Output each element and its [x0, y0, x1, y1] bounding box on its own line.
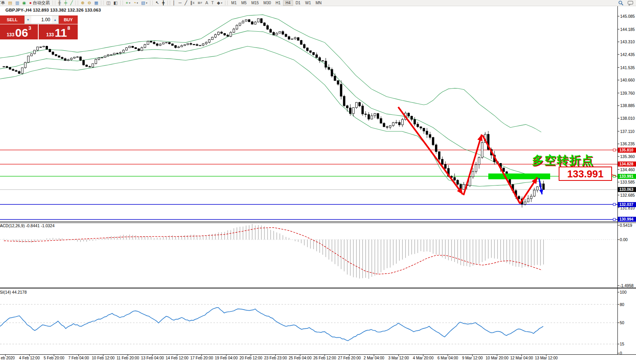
bar-chart-icon: ╫ — [58, 0, 61, 5]
data-window-icon[interactable]: ▥ — [14, 0, 20, 5]
indicator-window-icon[interactable]: ◫ — [105, 0, 112, 5]
volume-decrease-button[interactable]: ▼ — [25, 16, 31, 24]
volume-box: ▼ ▲ — [24, 15, 59, 24]
timeframe-m1[interactable]: M1 — [229, 0, 239, 6]
horizontal-line-icon: ─ — [179, 0, 182, 5]
arrows-icon[interactable]: ◆▾ — [215, 0, 224, 5]
price-tick-label: 134.460 — [620, 167, 635, 172]
sell-price-big: 06 — [15, 27, 28, 39]
time-axis-label: 6 Mar 04:00 — [438, 356, 458, 360]
candle-chart-icon[interactable]: ╪ — [63, 0, 69, 5]
time-axis-label: 17 Feb 20:00 — [190, 356, 213, 360]
autotrade-button[interactable]: ●自动交易 — [27, 0, 51, 5]
fibonacci-icon[interactable]: ≡F — [196, 0, 204, 5]
time-axis-label: 3 Mar 12:00 — [388, 356, 409, 360]
candle-wicks — [4, 18, 544, 208]
time-axis-label: 19 Feb 04:00 — [215, 356, 238, 360]
price-tick-label: 136.235 — [620, 141, 635, 146]
autotrade-button: ● — [29, 0, 32, 5]
fibonacci-icon-sub: F — [201, 2, 202, 4]
line-handle[interactable] — [613, 203, 616, 206]
template-icon[interactable]: ▧▾ — [140, 0, 149, 5]
chart-canvas[interactable] — [0, 0, 636, 364]
navigator-icon: ◉ — [22, 0, 26, 5]
timeframe-h4[interactable]: H4 — [283, 0, 293, 6]
price-tick-label: 142.435 — [620, 52, 635, 57]
line-chart-icon: ╱ — [70, 0, 73, 5]
period-icon-dropdown[interactable]: ▾ — [137, 2, 138, 5]
highlight-zone[interactable] — [488, 173, 550, 179]
new-order-button[interactable]: 订单 — [0, 0, 7, 5]
time-axis-label: 5 Feb 20:00 — [44, 356, 64, 360]
time-axis-label: 4 Mar 20:00 — [413, 356, 433, 360]
volume-input[interactable] — [31, 16, 52, 24]
macd-signal-line — [4, 228, 542, 274]
toolbar-right-icons — [618, 0, 634, 6]
price-tick-label: 143.310 — [620, 39, 635, 44]
period-icon[interactable]: ◔▾ — [132, 0, 140, 5]
vertical-line-icon[interactable]: │ — [171, 0, 177, 5]
line-handle[interactable] — [613, 149, 616, 151]
turning-point-annotation[interactable]: 多空转折点 — [532, 153, 594, 168]
trendline-icon[interactable]: ╱ — [183, 0, 189, 5]
price-callout-box[interactable]: 133.991 — [559, 167, 612, 181]
sell-button[interactable]: SELL — [0, 15, 24, 24]
search-icon[interactable] — [618, 0, 624, 6]
zoom-in-icon[interactable]: ⊕ — [79, 0, 86, 5]
price-tick-label: 139.760 — [620, 91, 635, 95]
bollinger-lower-band — [0, 46, 541, 187]
chat-icon[interactable] — [627, 1, 634, 6]
timeframe-w1[interactable]: W1 — [303, 0, 313, 6]
price-tick-label: 140.660 — [620, 78, 635, 82]
buy-button[interactable]: BUY — [59, 15, 78, 24]
rsi-line — [0, 308, 543, 341]
crosshair-icon: ╋ — [162, 0, 165, 5]
channel-icon[interactable]: ∥E — [189, 0, 196, 5]
timeframe-m30[interactable]: M30 — [261, 0, 273, 6]
line-handle[interactable] — [613, 218, 616, 221]
zoom-in-icon: ⊕ — [81, 0, 84, 5]
buy-price-panel[interactable]: 133 11 8 — [39, 24, 78, 39]
trendline-icon: ╱ — [185, 0, 188, 5]
cursor-icon: ↖ — [155, 0, 159, 5]
label-icon: T — [211, 0, 214, 5]
trend-arrow — [398, 107, 463, 194]
template-icon-dropdown[interactable]: ▾ — [146, 2, 147, 5]
text-icon[interactable]: A — [204, 0, 210, 5]
cursor-icon[interactable]: ↖ — [154, 0, 160, 5]
timeframe-mn[interactable]: MN — [313, 0, 324, 6]
crosshair-icon[interactable]: ╋ — [160, 0, 166, 5]
time-axis-label: 20 Feb 12:00 — [239, 356, 262, 360]
price-tick-label: 144.185 — [620, 27, 635, 32]
line-chart-icon[interactable]: ╱ — [69, 0, 75, 5]
volume-increase-button[interactable]: ▲ — [52, 16, 58, 24]
toolbar-separator — [150, 1, 153, 5]
add-indicator-icon-dropdown[interactable]: ▾ — [129, 2, 130, 5]
profiles-icon[interactable]: ◧ — [112, 0, 119, 5]
price-badge-133.063: 133.063 — [618, 187, 636, 192]
price-tick-label: 145.085 — [620, 14, 635, 19]
bar-chart-icon[interactable]: ╫ — [56, 0, 63, 5]
time-axis-label: 13 Feb 04:00 — [141, 356, 164, 360]
zoom-out-icon[interactable]: ⊖ — [86, 0, 93, 5]
timeframe-m15[interactable]: M15 — [249, 0, 261, 6]
timeframe-h1[interactable]: H1 — [273, 0, 283, 6]
navigator-icon[interactable]: ◉ — [21, 0, 28, 5]
tile-windows-icon[interactable]: ▦ — [93, 0, 100, 5]
label-icon[interactable]: T — [210, 0, 215, 5]
market-watch-icon[interactable]: ▤ — [7, 0, 14, 5]
timeframe-m5[interactable]: M5 — [239, 0, 249, 6]
tile-windows-icon: ▦ — [94, 0, 98, 5]
candle-chart-icon: ╪ — [64, 0, 67, 5]
sell-price-panel[interactable]: 133 06 3 — [0, 24, 38, 39]
time-axis-label: 25 Feb 04:00 — [289, 356, 312, 360]
price-badge-135.810: 135.810 — [618, 148, 636, 153]
add-indicator-icon[interactable]: +▾ — [124, 0, 132, 5]
indicator-window-icon: ◫ — [106, 0, 110, 5]
arrows-icon-dropdown[interactable]: ▾ — [221, 2, 223, 5]
arrows-icon: ◆ — [217, 0, 220, 5]
timeframe-d1[interactable]: D1 — [293, 0, 303, 6]
macd-histogram — [4, 224, 544, 279]
horizontal-line-icon[interactable]: ─ — [177, 0, 183, 5]
mt4-window: 订单▤▥◉●自动交易╫╪╱⊕⊖▦◫◧+▾◔▾▧▾↖╋│─╱∥E≡FAT◆▾M1M… — [0, 0, 636, 364]
